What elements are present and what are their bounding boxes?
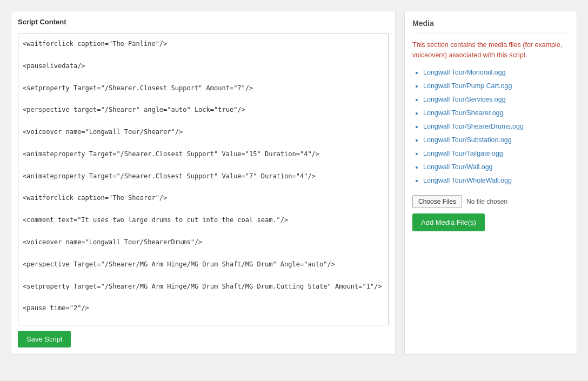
media-file-list: Longwall Tour/Monorail.oggLongwall Tour/… — [412, 66, 569, 188]
add-media-button[interactable]: Add Media File(s) — [412, 213, 485, 231]
script-content-title: Script Content — [18, 18, 389, 26]
list-item: Longwall Tour/ShearerDrums.ogg — [423, 120, 569, 133]
main-container: Script Content Save Script Media This se… — [11, 11, 577, 355]
no-file-label: No file chosen — [466, 198, 507, 205]
list-item: Longwall Tour/Substation.ogg — [423, 133, 569, 147]
choose-files-button[interactable]: Choose Files — [412, 195, 462, 208]
save-script-button[interactable]: Save Script — [18, 331, 71, 347]
script-textarea[interactable] — [18, 34, 389, 325]
media-description: This section contains the media files (f… — [412, 40, 569, 61]
left-panel: Script Content Save Script — [11, 11, 396, 355]
list-item: Longwall Tour/Wall.ogg — [423, 161, 569, 174]
media-title: Media — [412, 19, 569, 32]
right-panel: Media This section contains the media fi… — [404, 11, 577, 355]
list-item: Longwall Tour/Services.ogg — [423, 93, 569, 106]
file-input-row: Choose Files No file chosen — [412, 195, 569, 208]
list-item: Longwall Tour/Tailgate.ogg — [423, 147, 569, 161]
list-item: Longwall Tour/Monorail.ogg — [423, 66, 569, 79]
list-item: Longwall Tour/WholeWall.ogg — [423, 174, 569, 188]
list-item: Longwall Tour/Pump Cart.ogg — [423, 79, 569, 93]
list-item: Longwall Tour/Shearer.ogg — [423, 106, 569, 120]
